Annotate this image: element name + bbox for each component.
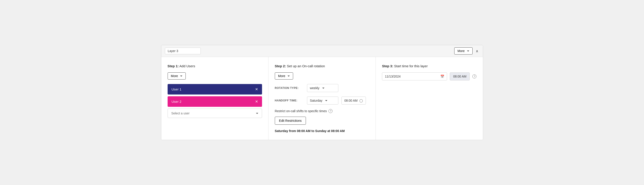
handoff-clock-icon: ◯ <box>359 99 363 102</box>
step3-heading-bold: Step 3: <box>382 64 393 68</box>
step3-heading-text: Start time for this layer <box>394 64 428 68</box>
header-right: More ∧ <box>454 47 479 54</box>
layer-name-input[interactable] <box>165 48 201 54</box>
header-more-label: More <box>458 49 465 53</box>
step3-heading: Step 3: Start time for this layer <box>382 64 476 68</box>
select-user-dropdown[interactable]: Select a user <box>168 109 262 118</box>
step1-heading-text: Add Users <box>180 64 195 68</box>
step2-heading: Step 2: Set up an On-call rotation <box>275 64 369 68</box>
user1-remove-button[interactable]: ✕ <box>255 87 258 91</box>
handoff-day-select[interactable]: Saturday <box>307 97 338 105</box>
step1-more-button[interactable]: More <box>168 72 186 80</box>
step2-column: Step 2: Set up an On-call rotation More … <box>268 57 376 140</box>
edit-restrictions-button[interactable]: Edit Restrictions <box>275 117 306 125</box>
step2-more-button[interactable]: More <box>275 72 293 80</box>
step1-more-label: More <box>171 74 178 78</box>
user2-remove-button[interactable]: ✕ <box>255 99 258 104</box>
step3-time-value: 08:00 AM <box>453 75 466 78</box>
handoff-day-chevron-icon <box>325 100 327 101</box>
rotation-type-chevron-icon <box>322 88 324 89</box>
layer-card: More ∧ Step 1: Add Users More User 1 ✕ U… <box>161 45 483 140</box>
step1-heading: Step 1: Add Users <box>168 64 262 68</box>
collapse-button[interactable]: ∧ <box>475 48 479 54</box>
schedule-summary: Saturday from 08:00 AM to Sunday at 08:0… <box>275 129 369 133</box>
layer-header: More ∧ <box>161 45 483 57</box>
step2-heading-text: Set up an On-call rotation <box>287 64 325 68</box>
step3-column: Step 3: Start time for this layer 11/13/… <box>376 57 483 140</box>
edit-restrictions-label: Edit Restrictions <box>279 119 302 122</box>
step3-fields: 11/13/2024 📅 08:00 AM ? <box>382 72 476 80</box>
handoff-day-value: Saturday <box>310 99 322 102</box>
step2-chevron-down-icon <box>288 75 290 77</box>
restrict-help-icon[interactable]: ? <box>328 109 332 113</box>
handoff-time-row: HANDOFF TIME: Saturday 08:00 AM ◯ <box>275 97 369 105</box>
user1-label: User 1 <box>172 87 182 91</box>
restrict-row: Restrict on-call shifts to specific time… <box>275 109 369 113</box>
rotation-type-label: ROTATION TYPE: <box>275 86 304 90</box>
step2-heading-bold: Step 2: <box>275 64 286 68</box>
step3-time-input[interactable]: 08:00 AM <box>450 72 470 80</box>
user-item: User 1 ✕ <box>168 84 262 95</box>
chevron-down-icon <box>467 50 469 52</box>
step1-heading-bold: Step 1: <box>168 64 179 68</box>
header-more-button[interactable]: More <box>454 47 472 54</box>
date-input[interactable]: 11/13/2024 📅 <box>382 72 447 80</box>
select-user-chevron-icon <box>256 113 258 114</box>
rotation-type-value: weekly <box>310 86 320 90</box>
handoff-time-value: 08:00 AM <box>344 99 358 102</box>
restrict-label: Restrict on-call shifts to specific time… <box>275 109 327 113</box>
date-value: 11/13/2024 <box>385 75 400 78</box>
columns-container: Step 1: Add Users More User 1 ✕ User 2 ✕… <box>161 57 483 140</box>
rotation-type-row: ROTATION TYPE: weekly <box>275 84 369 92</box>
select-user-placeholder: Select a user <box>172 112 190 115</box>
user-item: User 2 ✕ <box>168 96 262 107</box>
step1-chevron-down-icon <box>180 75 182 77</box>
step3-help-icon[interactable]: ? <box>472 74 476 78</box>
user2-label: User 2 <box>172 100 182 103</box>
calendar-icon: 📅 <box>440 75 444 78</box>
handoff-time-input[interactable]: 08:00 AM ◯ <box>342 97 366 105</box>
rotation-type-select[interactable]: weekly <box>307 84 338 92</box>
handoff-time-label: HANDOFF TIME: <box>275 99 304 102</box>
step1-column: Step 1: Add Users More User 1 ✕ User 2 ✕… <box>161 57 268 140</box>
step2-more-label: More <box>278 74 285 78</box>
